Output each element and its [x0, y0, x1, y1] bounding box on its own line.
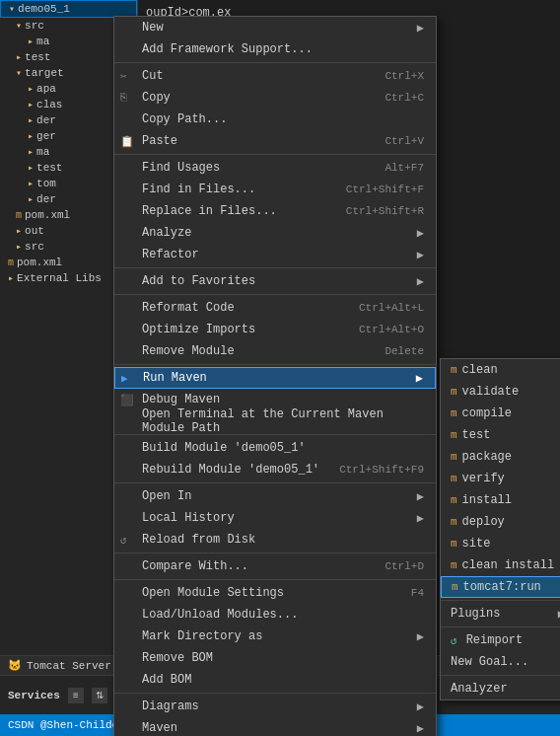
menu-separator — [114, 364, 436, 365]
reload-icon: ↺ — [120, 534, 127, 547]
menu-label: Debug Maven — [142, 393, 220, 406]
maven-submenu-item-package[interactable]: m package — [441, 446, 560, 468]
arrow-icon: ▶ — [417, 721, 424, 736]
maven-submenu-item-clean[interactable]: m clean — [441, 359, 560, 381]
submenu-label: compile — [462, 406, 512, 420]
arrow-icon: ▶ — [416, 371, 423, 386]
menu-item-analyze[interactable]: Analyze ▶ — [114, 222, 436, 244]
menu-item-find-in-files[interactable]: Find in Files... Ctrl+Shift+F — [114, 179, 436, 200]
menu-item-add-bom[interactable]: Add BOM — [114, 669, 436, 691]
context-menu: New ▶ Add Framework Support... ✂ Cut Ctr… — [113, 16, 437, 736]
menu-item-remove-module[interactable]: Remove Module Delete — [114, 340, 436, 362]
menu-label: New — [142, 21, 164, 35]
maven-submenu-item-install[interactable]: m install — [441, 489, 560, 511]
menu-item-add-favorites[interactable]: Add to Favorites ▶ — [114, 270, 436, 292]
file-label: tom — [36, 178, 56, 189]
menu-label: Find Usages — [142, 161, 220, 175]
menu-label: Optimize Imports — [142, 323, 255, 336]
status-text: CSDN @Shen-Childe — [8, 719, 118, 731]
maven-submenu-item-site[interactable]: m site — [441, 533, 560, 554]
maven-submenu-item-validate[interactable]: m validate — [441, 381, 560, 403]
menu-item-open-terminal[interactable]: Open Terminal at the Current Maven Modul… — [114, 410, 436, 432]
menu-separator — [114, 579, 436, 580]
menu-item-add-framework[interactable]: Add Framework Support... — [114, 38, 436, 60]
maven-goal-icon: m — [451, 429, 457, 441]
submenu-label: tomcat7:run — [463, 580, 541, 594]
maven-goal-icon: m — [451, 538, 457, 550]
tool-button-1[interactable]: ≡ — [68, 688, 84, 703]
file-label: clas — [36, 99, 62, 110]
cut-icon: ✂ — [120, 70, 127, 83]
menu-label: Analyze — [142, 226, 191, 240]
menu-item-copy[interactable]: ⎘ Copy Ctrl+C — [114, 87, 436, 109]
shortcut-label: Ctrl+X — [385, 70, 424, 82]
menu-label: Copy Path... — [142, 112, 227, 126]
maven-submenu-item-clean-install[interactable]: m clean install — [441, 554, 560, 576]
submenu-separator — [441, 626, 560, 627]
menu-item-open-module-settings[interactable]: Open Module Settings F4 — [114, 582, 436, 604]
paste-icon: 📋 — [120, 135, 134, 148]
menu-item-paste[interactable]: 📋 Paste Ctrl+V — [114, 130, 436, 152]
menu-item-reload[interactable]: ↺ Reload from Disk — [114, 529, 436, 551]
menu-separator — [114, 62, 436, 63]
menu-item-open-in[interactable]: Open In ▶ — [114, 485, 436, 507]
file-label: ma — [36, 36, 49, 47]
menu-item-run-maven[interactable]: ▶ Run Maven ▶ m clean m validate m compi… — [114, 367, 436, 389]
menu-item-maven[interactable]: Maven ▶ — [114, 717, 436, 736]
folder-icon: ▸ — [28, 146, 34, 158]
folder-icon: ▾ — [16, 67, 22, 79]
file-label: der — [36, 114, 56, 126]
file-label: src — [25, 20, 44, 32]
menu-item-build-module[interactable]: Build Module 'demo05_1' — [114, 437, 436, 459]
folder-icon: ▸ — [28, 36, 34, 47]
tomcat-label: Tomcat Server — [27, 660, 111, 672]
maven-goal-icon: m — [451, 559, 457, 571]
maven-submenu-item-verify[interactable]: m verify — [441, 468, 560, 489]
menu-item-find-usages[interactable]: Find Usages Alt+F7 — [114, 157, 436, 179]
shortcut-label: Delete — [385, 345, 424, 357]
maven-submenu-item-deploy[interactable]: m deploy — [441, 511, 560, 533]
tool-button-2[interactable]: ⇅ — [92, 688, 107, 703]
file-label: pom.xml — [25, 209, 70, 221]
maven-submenu-item-plugins[interactable]: Plugins ▶ — [441, 603, 560, 625]
menu-label: Add to Favorites — [142, 274, 255, 288]
menu-item-compare-with[interactable]: Compare With... Ctrl+D — [114, 555, 436, 577]
maven-submenu-item-new-goal[interactable]: New Goal... — [441, 651, 560, 673]
shortcut-label: Ctrl+Alt+L — [359, 302, 424, 314]
menu-item-local-history[interactable]: Local History ▶ — [114, 507, 436, 529]
folder-icon: ▸ — [8, 272, 14, 284]
folder-icon: ▸ — [16, 241, 22, 253]
submenu-label: Reimport — [466, 633, 524, 647]
menu-item-remove-bom[interactable]: Remove BOM — [114, 647, 436, 669]
menu-item-refactor[interactable]: Refactor ▶ — [114, 244, 436, 265]
arrow-icon: ▶ — [417, 629, 424, 644]
maven-submenu-item-tomcat7-run[interactable]: m tomcat7:run — [441, 576, 560, 598]
maven-submenu-item-compile[interactable]: m compile — [441, 403, 560, 424]
menu-separator — [114, 482, 436, 483]
file-label: test — [25, 51, 50, 63]
submenu-label: Plugins — [451, 607, 500, 621]
maven-submenu-item-test[interactable]: m test — [441, 424, 560, 446]
maven-goal-icon: m — [451, 516, 457, 528]
menu-item-optimize[interactable]: Optimize Imports Ctrl+Alt+O — [114, 319, 436, 340]
menu-item-new[interactable]: New ▶ — [114, 17, 436, 38]
menu-label: Paste — [142, 134, 177, 148]
menu-item-rebuild-module[interactable]: Rebuild Module 'demo05_1' Ctrl+Shift+F9 — [114, 459, 436, 480]
menu-label: Remove BOM — [142, 651, 213, 665]
shortcut-label: Ctrl+V — [385, 135, 424, 147]
menu-item-replace-in-files[interactable]: Replace in Files... Ctrl+Shift+R — [114, 200, 436, 222]
menu-item-mark-dir[interactable]: Mark Directory as ▶ — [114, 626, 436, 647]
maven-submenu-item-analyzer[interactable]: Analyzer — [441, 678, 560, 699]
menu-item-copy-path[interactable]: Copy Path... — [114, 109, 436, 130]
folder-icon: ▸ — [28, 83, 34, 95]
menu-item-load-unload[interactable]: Load/Unload Modules... — [114, 604, 436, 626]
arrow-icon: ▶ — [417, 226, 424, 241]
menu-label: Reload from Disk — [142, 533, 255, 547]
menu-item-cut[interactable]: ✂ Cut Ctrl+X — [114, 65, 436, 87]
menu-item-reformat[interactable]: Reformat Code Ctrl+Alt+L — [114, 297, 436, 319]
folder-icon: ▸ — [28, 193, 34, 205]
submenu-label: clean — [462, 363, 498, 377]
shortcut-label: Ctrl+C — [385, 92, 424, 104]
menu-item-diagrams[interactable]: Diagrams ▶ — [114, 696, 436, 717]
maven-submenu-item-reimport[interactable]: ↺ Reimport — [441, 629, 560, 651]
